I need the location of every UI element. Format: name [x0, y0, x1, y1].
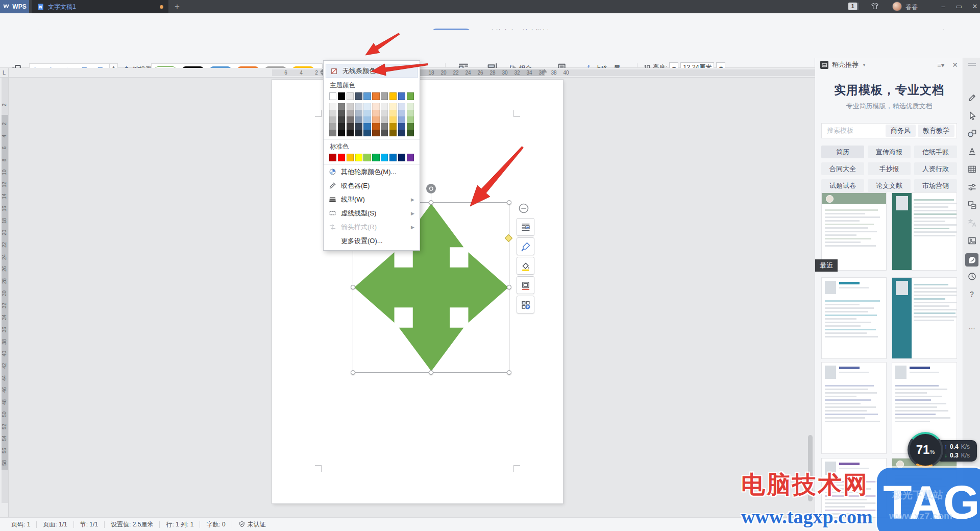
dropdown-item-3[interactable]: 虚线线型(S)▶ — [324, 206, 420, 220]
resize-handle-ne[interactable] — [507, 200, 511, 205]
status-item-2[interactable]: 节: 1/1 — [74, 520, 104, 529]
tint-4-4[interactable] — [363, 130, 371, 136]
tint-1-2[interactable] — [347, 110, 354, 116]
tint-1-7[interactable] — [389, 110, 397, 116]
skin-icon[interactable] — [871, 2, 879, 10]
dropdown-item-1[interactable]: 取色器(E) — [324, 179, 420, 192]
tint-3-3[interactable] — [355, 123, 362, 130]
standard-color-8[interactable] — [398, 154, 405, 161]
tint-0-7[interactable] — [389, 103, 397, 110]
status-item-1[interactable]: 页面: 1/1 — [37, 520, 73, 529]
tint-2-9[interactable] — [407, 116, 414, 123]
cursor-icon[interactable] — [967, 110, 977, 120]
status-item-5[interactable]: 字数: 0 — [200, 520, 231, 529]
panel-header-title[interactable]: 稻壳推荐 — [832, 60, 859, 69]
float-style-brush-button[interactable] — [517, 237, 534, 255]
tint-4-5[interactable] — [372, 130, 379, 136]
search-tab-business[interactable]: 商务风 — [886, 125, 916, 137]
standard-color-2[interactable] — [347, 154, 354, 161]
tint-4-6[interactable] — [381, 130, 388, 136]
sliders-icon[interactable] — [967, 182, 977, 192]
imgswap-icon[interactable] — [967, 200, 977, 210]
tint-2-7[interactable] — [389, 116, 397, 123]
theme-color-1[interactable] — [338, 92, 345, 100]
float-fill-button[interactable] — [517, 257, 534, 275]
maximize-button[interactable]: ▭ — [951, 0, 967, 13]
rotate-handle[interactable] — [426, 184, 436, 194]
tint-3-1[interactable] — [338, 123, 345, 130]
panel-close-icon[interactable]: ✕ — [952, 61, 958, 69]
tint-0-1[interactable] — [338, 103, 345, 110]
tint-0-8[interactable] — [398, 103, 405, 110]
tint-0-6[interactable] — [381, 103, 388, 110]
tint-4-8[interactable] — [398, 130, 405, 136]
tint-3-9[interactable] — [407, 123, 414, 130]
tint-0-2[interactable] — [347, 103, 354, 110]
tint-3-8[interactable] — [398, 123, 405, 130]
panel-sort-icon[interactable]: ≡▾ — [937, 61, 944, 69]
tint-2-4[interactable] — [363, 116, 371, 123]
template-thumbnail-3[interactable] — [892, 277, 957, 359]
resize-handle-e[interactable] — [507, 285, 511, 289]
tint-1-4[interactable] — [363, 110, 371, 116]
verify-status[interactable]: 未认证 — [232, 520, 272, 529]
resize-handle-n[interactable] — [429, 200, 433, 205]
chip-0[interactable]: 简历 — [821, 146, 864, 158]
chip-2[interactable]: 信纸手账 — [914, 146, 957, 158]
document-tab[interactable]: 文字文稿1 — [32, 0, 168, 13]
chip-6[interactable]: 试题试卷 — [821, 179, 864, 192]
vertical-ruler[interactable]: 2246810121416182022242628303234363840424… — [0, 78, 9, 517]
tint-2-6[interactable] — [381, 116, 388, 123]
tint-3-5[interactable] — [372, 123, 379, 130]
table-icon[interactable] — [967, 164, 977, 174]
clock-icon[interactable] — [967, 271, 977, 281]
dropdown-item-0[interactable]: 其他轮廓颜色(M)... — [324, 165, 420, 179]
tint-1-8[interactable] — [398, 110, 405, 116]
theme-color-4[interactable] — [363, 92, 371, 100]
shapes-icon[interactable] — [967, 128, 977, 138]
theme-color-7[interactable] — [389, 92, 397, 100]
theme-color-2[interactable] — [347, 92, 354, 100]
float-outline-button[interactable] — [517, 276, 534, 294]
translate-icon[interactable] — [967, 218, 977, 228]
no-line-color-item[interactable]: 无线条颜色 — [326, 64, 418, 78]
tint-3-6[interactable] — [381, 123, 388, 130]
tint-0-5[interactable] — [372, 103, 379, 110]
resize-handle-w[interactable] — [351, 285, 355, 289]
tint-0-0[interactable] — [329, 103, 336, 110]
tint-4-9[interactable] — [407, 130, 414, 136]
collapse-float-toolbar-button[interactable] — [518, 203, 529, 214]
standard-color-6[interactable] — [381, 154, 388, 161]
theme-color-6[interactable] — [381, 92, 388, 100]
chip-7[interactable]: 论文文献 — [868, 179, 911, 192]
tint-4-7[interactable] — [389, 130, 397, 136]
dropdown-item-2[interactable]: 线型(W)▶ — [324, 192, 420, 206]
tint-2-0[interactable] — [329, 116, 336, 123]
right-indent-marker[interactable] — [542, 69, 547, 73]
tint-1-0[interactable] — [329, 110, 336, 116]
close-button[interactable]: ✕ — [967, 0, 980, 13]
theme-color-8[interactable] — [398, 92, 405, 100]
tint-1-5[interactable] — [372, 110, 379, 116]
wps-logo[interactable]: WPS — [0, 0, 29, 13]
standard-color-7[interactable] — [389, 154, 397, 161]
tint-2-8[interactable] — [398, 116, 405, 123]
resize-handle-sw[interactable] — [351, 370, 355, 375]
status-item-3[interactable]: 设置值: 2.5厘米 — [105, 520, 159, 529]
standard-color-3[interactable] — [355, 154, 362, 161]
ruler-tab-selector[interactable]: L — [0, 68, 9, 78]
panel-drag-handle[interactable] — [968, 63, 976, 64]
help-icon[interactable]: ? — [967, 289, 977, 299]
tint-3-4[interactable] — [363, 123, 371, 130]
tint-1-3[interactable] — [355, 110, 362, 116]
tint-4-3[interactable] — [355, 130, 362, 136]
tint-2-5[interactable] — [372, 116, 379, 123]
theme-color-5[interactable] — [372, 92, 379, 100]
dots-icon[interactable]: ⋯ — [967, 323, 977, 333]
resize-handle-s[interactable] — [429, 370, 433, 375]
theme-color-3[interactable] — [355, 92, 362, 100]
float-layout-button[interactable] — [517, 218, 534, 236]
template-search-box[interactable]: 搜索模板 商务风 教育教学 — [821, 123, 957, 138]
chip-8[interactable]: 市场营销 — [914, 179, 957, 192]
user-name[interactable]: 香香 — [905, 3, 918, 12]
